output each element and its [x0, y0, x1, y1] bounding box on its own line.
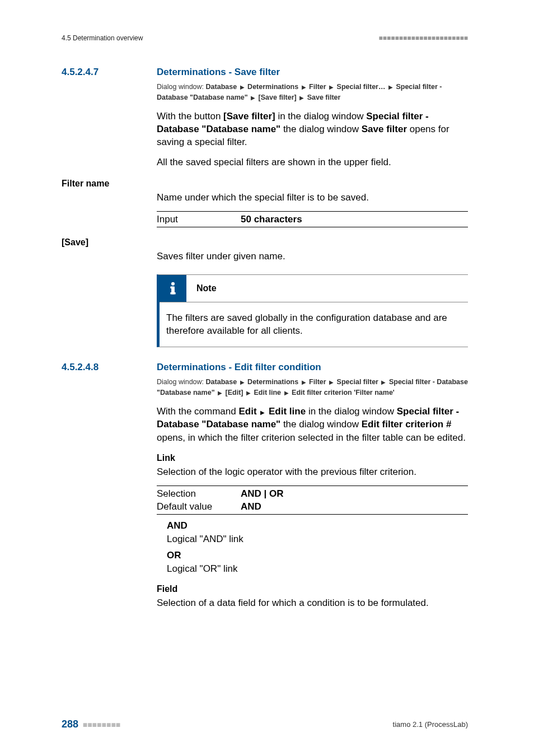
param-row-value: AND | OR: [241, 487, 284, 500]
dialog-path: Dialog window: Database ▶ Determinations…: [157, 82, 468, 103]
svg-point-0: [171, 282, 175, 286]
body-paragraph: With the command Edit ▶ Edit line in the…: [157, 405, 468, 444]
info-icon: [160, 275, 186, 302]
header-ornament: ■■■■■■■■■■■■■■■■■■■■■■: [379, 34, 468, 42]
param-row-value: AND: [241, 500, 261, 513]
option-list: AND Logical "AND" link OR Logical "OR" l…: [167, 519, 468, 575]
param-description: Name under which the special filter is t…: [157, 191, 468, 204]
svg-rect-3: [170, 292, 175, 295]
section-title: Determinations - Save filter: [157, 66, 280, 78]
param-heading-link: Link: [157, 452, 468, 464]
param-row-label: Selection: [157, 487, 241, 500]
param-description: Selection of the logic operator with the…: [157, 465, 468, 478]
section-number: 4.5.2.4.8: [62, 361, 157, 374]
footer-left: 288 ■■■■■■■■: [62, 717, 120, 731]
running-header-left: 4.5 Determination overview: [62, 34, 143, 43]
footer-ornament: ■■■■■■■■: [83, 720, 121, 729]
note-body: The filters are saved globally in the co…: [160, 302, 468, 347]
param-description: Selection of a data field for which a co…: [157, 596, 468, 609]
param-description: Saves filter under given name.: [157, 250, 468, 263]
body-paragraph: With the button [Save filter] in the dia…: [157, 110, 468, 149]
param-table: Selection AND | OR Default value AND: [157, 486, 468, 515]
page-number: 288: [62, 718, 78, 730]
footer-right: tiamo 2.1 (ProcessLab): [393, 720, 468, 730]
option-heading-and: AND: [167, 519, 468, 532]
note-label: Note: [186, 282, 217, 295]
param-row-label: Input: [157, 213, 241, 226]
option-heading-or: OR: [167, 549, 468, 562]
option-description: Logical "OR" link: [167, 562, 468, 575]
section-title: Determinations - Edit filter condition: [157, 361, 321, 374]
section-number: 4.5.2.4.7: [62, 66, 157, 78]
param-heading-filter-name: Filter name: [62, 178, 468, 190]
param-heading-field: Field: [157, 583, 468, 595]
param-row-label: Default value: [157, 500, 241, 513]
option-description: Logical "AND" link: [167, 533, 468, 545]
dialog-path: Dialog window: Database ▶ Determinations…: [157, 377, 468, 398]
svg-rect-2: [170, 286, 172, 288]
body-paragraph: All the saved special filters are shown …: [157, 156, 468, 169]
note-box: Note The filters are saved globally in t…: [157, 274, 468, 347]
param-table: Input 50 characters: [157, 211, 468, 227]
param-row-value: 50 characters: [241, 213, 302, 226]
param-heading-save: [Save]: [62, 236, 468, 249]
